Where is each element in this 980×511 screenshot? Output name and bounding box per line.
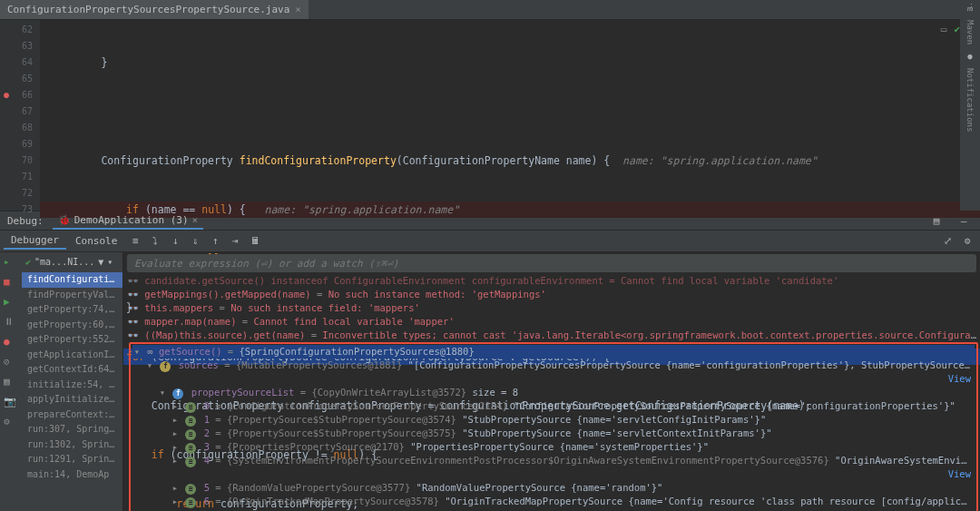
var-value: "StubPropertySource {name='servletContex… — [462, 427, 771, 438]
var-type: {SystemEnvironmentPropertySourceEnvironm… — [227, 455, 829, 466]
frame-item[interactable]: getApplicationId:6 — [22, 348, 122, 363]
frame-item[interactable]: run:307, SpringAp — [22, 422, 122, 437]
maven-tool[interactable]: Maven — [965, 20, 975, 44]
watch-lhs[interactable]: getSource() — [159, 346, 222, 357]
gutter-line: 64 — [0, 54, 40, 71]
chevron-right-icon[interactable]: ▸ — [171, 413, 180, 427]
step-over-icon[interactable]: ⤵ — [146, 232, 164, 251]
var-index[interactable]: 2 — [204, 427, 210, 438]
infinity-icon: ∞ — [147, 346, 152, 357]
watch-rhs: Cannot find local variable 'mapper' — [253, 316, 454, 327]
notifications-tool[interactable]: Notifications — [965, 68, 975, 132]
var-type: {RandomValuePropertySource@3577} — [227, 482, 410, 493]
camera-icon[interactable]: 📷 — [4, 396, 18, 410]
var-index[interactable]: 5 — [204, 482, 210, 493]
var-name[interactable]: sources — [179, 359, 219, 370]
watch-lhs[interactable]: ((Map)this.source).get(name) — [144, 329, 305, 340]
index-icon: ≡ — [185, 416, 196, 427]
chevron-down-icon[interactable]: ▾ — [145, 359, 154, 372]
var-index[interactable]: 6 — [204, 496, 210, 506]
frame-item[interactable]: findPropertyValue — [22, 288, 122, 303]
chevron-down-icon[interactable]: ▾ — [158, 386, 167, 399]
step-out-icon[interactable]: ↑ — [206, 232, 224, 251]
chevron-down-icon[interactable]: ▾ — [107, 257, 113, 267]
step-into-icon[interactable]: ↓ — [166, 232, 184, 251]
watch-lhs[interactable]: getMappings().getMapped(name) — [144, 289, 310, 300]
var-value: "OriginTrackedMapPropertySource {name='C… — [445, 496, 975, 506]
pause-icon[interactable]: ⏸ — [4, 316, 18, 330]
chevron-right-icon[interactable]: ▸ — [171, 495, 180, 508]
minimize-icon[interactable]: — — [955, 211, 973, 230]
field-icon: f — [172, 388, 183, 399]
var-value: "OriginAwareSystemEnvironmentProp — [835, 455, 975, 466]
view-link[interactable]: View — [948, 467, 971, 481]
frame-item[interactable]: run:1291, SpringA — [22, 452, 122, 467]
mute-breakpoints-icon[interactable]: ⊘ — [4, 356, 18, 370]
chevron-right-icon[interactable]: ▸ — [171, 481, 180, 495]
memory-icon[interactable]: ▦ — [4, 376, 18, 390]
chevron-down-icon[interactable]: ▾ — [132, 345, 142, 359]
filter-icon[interactable]: ▼ — [98, 257, 103, 267]
evaluate-expression-input[interactable]: Evaluate expression (⏎) or add a watch (… — [127, 254, 976, 272]
var-index[interactable]: 4 — [204, 455, 210, 466]
restore-layout-icon[interactable]: ⤢ — [938, 232, 956, 251]
code-text: ) { — [227, 203, 265, 216]
frame-item[interactable]: run:1302, SpringA — [22, 437, 122, 453]
evaluate-icon[interactable]: 🖩 — [246, 232, 264, 251]
gutter-line: 71 — [0, 169, 40, 185]
layout-icon[interactable]: ▤ — [927, 211, 946, 230]
var-name[interactable]: propertySourceList — [191, 387, 295, 398]
notification-bell-icon[interactable]: ● — [967, 52, 972, 61]
frame-item[interactable]: prepareContext:38 — [22, 408, 122, 423]
chevron-right-icon[interactable]: ▸ — [171, 440, 180, 454]
watch-lhs[interactable]: mapper.map(name) — [144, 316, 236, 327]
var-type: {ConfigurationPropertySourcesPropertySou… — [227, 400, 508, 411]
frames-list[interactable]: findConfigurationP findPropertyValue get… — [22, 270, 122, 484]
close-icon[interactable]: × — [192, 214, 199, 226]
tab-console[interactable]: Console — [68, 233, 124, 249]
glasses-icon: 👓 — [127, 302, 139, 313]
settings-icon[interactable]: ⚙ — [958, 232, 976, 251]
gutter-line-breakpoint[interactable]: 66 — [0, 87, 40, 103]
run-config-tab[interactable]: 🐞 DemoApplication (3) × — [53, 212, 203, 230]
force-step-into-icon[interactable]: ⇓ — [186, 232, 204, 251]
watch-lhs[interactable]: this.mappers — [144, 302, 213, 313]
variables-tree[interactable]: 👓 candidate.getSource() instanceof Confi… — [123, 274, 980, 511]
frame-item[interactable]: initialize:54, Cont — [22, 378, 122, 393]
view-link[interactable]: View — [948, 372, 971, 386]
view-breakpoints-icon[interactable]: ● — [4, 336, 18, 350]
var-type: {OriginTrackedMapPropertySource@3578} — [227, 496, 439, 506]
editor-tab[interactable]: ConfigurationPropertySourcesPropertySour… — [0, 0, 309, 19]
gutter-line: 63 — [0, 38, 40, 54]
chevron-right-icon[interactable]: ▸ — [171, 427, 180, 440]
frame-item[interactable]: applyInitializers:6 — [22, 392, 122, 408]
gear-icon[interactable]: ⚙ — [4, 416, 18, 430]
thread-name[interactable]: "ma...NI... — [34, 257, 94, 267]
debug-action-bar: ▸ ■ ▶ ⏸ ● ⊘ ▦ 📷 ⚙ — [0, 252, 22, 511]
chevron-right-icon[interactable]: ▸ — [171, 454, 180, 467]
frame-item[interactable]: main:14, DemoAp — [22, 467, 122, 483]
frame-item[interactable]: getProperty:74, Co — [22, 302, 122, 318]
close-icon[interactable]: × — [295, 4, 301, 15]
frame-item[interactable]: findConfigurationP — [22, 272, 122, 288]
thread-dump-icon[interactable]: ≡ — [126, 232, 144, 251]
reader-mode-icon[interactable]: ▭ — [941, 24, 947, 35]
frames-header: ✔ "ma...NI... ▼ ▾ — [22, 252, 122, 270]
more-icon[interactable]: ⋮ — [966, 2, 976, 14]
code-editor[interactable]: } ConfigurationProperty findConfiguratio… — [40, 20, 980, 211]
run-to-cursor-icon[interactable]: ⇥ — [226, 232, 244, 251]
resume-icon[interactable]: ▶ — [4, 296, 18, 310]
stop-icon[interactable]: ■ — [4, 276, 18, 290]
var-index[interactable]: 3 — [204, 441, 210, 452]
chevron-right-icon[interactable]: ▸ — [171, 399, 180, 413]
var-index[interactable]: 1 — [204, 414, 210, 425]
frame-item[interactable]: getProperty:60, Co — [22, 318, 122, 333]
rerun-icon[interactable]: ▸ — [4, 256, 18, 270]
var-value: "ConfigurationPropertySourcesPropertySou… — [514, 400, 956, 411]
watch-var[interactable]: candidate.getSource() instanceof Configu… — [144, 275, 838, 286]
frame-item[interactable]: getContextId:64, C — [22, 362, 122, 378]
frame-item[interactable]: getProperty:552, A — [22, 332, 122, 348]
variables-panel: Evaluate expression (⏎) or add a watch (… — [123, 252, 980, 511]
var-index[interactable]: 0 — [204, 400, 210, 411]
tab-debugger[interactable]: Debugger — [4, 232, 66, 250]
